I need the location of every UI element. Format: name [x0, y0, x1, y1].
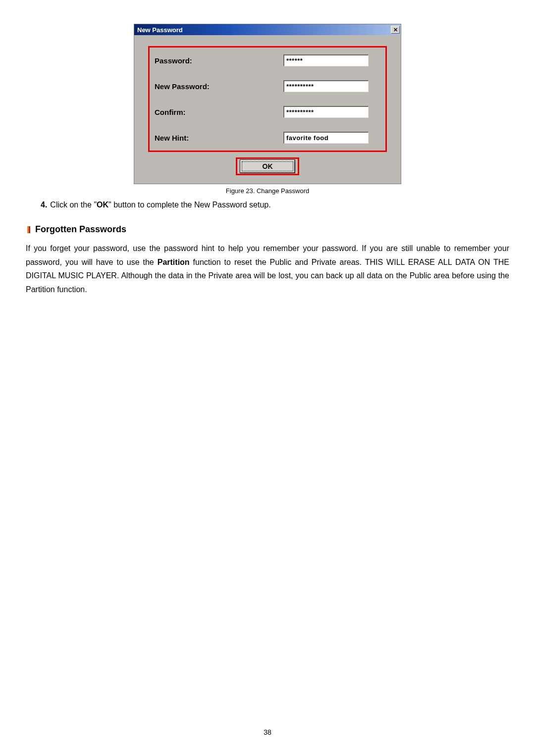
body-paragraph: If you forget your password, use the pas…	[26, 242, 509, 296]
close-icon[interactable]: ✕	[391, 26, 400, 34]
partition-bold: Partition	[158, 258, 190, 266]
section-heading: Forgotten Passwords	[26, 224, 509, 235]
confirm-label: Confirm:	[155, 108, 283, 116]
step-ok-bold: OK	[97, 201, 108, 209]
dialog-titlebar: New Password ✕	[134, 24, 401, 35]
section-title: Forgotten Passwords	[35, 224, 126, 235]
hint-label: New Hint:	[155, 134, 283, 142]
dialog-title: New Password	[137, 26, 183, 34]
confirm-input[interactable]: **********	[283, 106, 369, 118]
hint-input[interactable]: favorite food	[283, 132, 369, 144]
figure-caption: Figure 23. Change Password	[26, 187, 509, 195]
new-password-dialog: New Password ✕ Password: ****** New Pass…	[134, 24, 401, 184]
password-input[interactable]: ******	[283, 54, 369, 66]
password-label: Password:	[155, 56, 283, 65]
ok-highlight-box: OK	[237, 159, 298, 174]
ok-button[interactable]: OK	[240, 160, 295, 173]
section-bullet-icon	[26, 226, 30, 233]
new-password-input[interactable]: **********	[283, 80, 369, 92]
new-password-label: New Password:	[155, 82, 283, 91]
page-number: 38	[0, 728, 535, 736]
step-4-text: 4.Click on the "OK" button to complete t…	[41, 200, 509, 210]
fields-highlight-box: Password: ****** New Password: *********…	[148, 46, 387, 152]
step-number: 4.	[41, 201, 47, 209]
